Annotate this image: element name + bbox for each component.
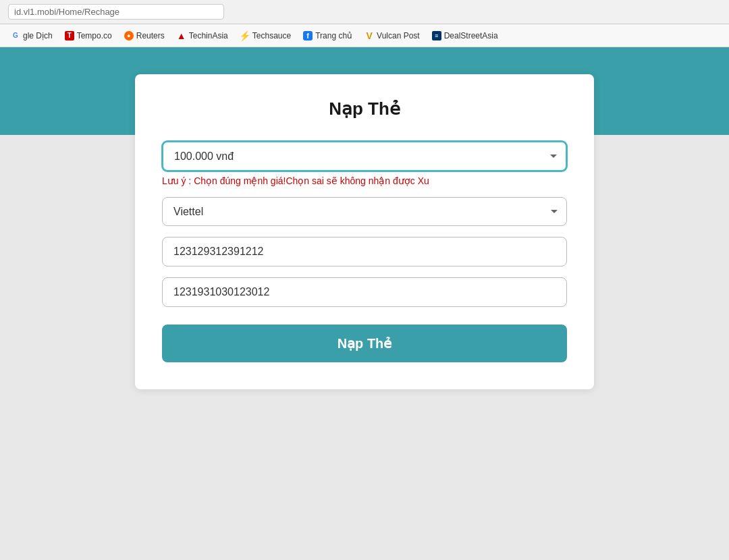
page-content: Nạp Thẻ 10.000 vnđ 20.000 vnđ 50.000 vnđ… [0, 47, 729, 560]
browser-url-bar: id.vl1.mobi/Home/Rechage [0, 0, 729, 24]
amount-group: 10.000 vnđ 20.000 vnđ 50.000 vnđ 100.000… [162, 141, 567, 186]
bookmark-vulcan[interactable]: VVulcan Post [359, 29, 425, 43]
tempo-icon: T [65, 31, 74, 40]
serial-input[interactable] [162, 237, 567, 267]
bookmark-facebook[interactable]: fTrang chủ [298, 29, 358, 43]
pin-input[interactable] [162, 277, 567, 307]
bookmark-tempo[interactable]: TTempo.co [59, 29, 117, 43]
techsauce-icon: ⚡ [240, 31, 250, 40]
gle-dich-icon: G [11, 31, 20, 40]
gle-dich-label: gle Dịch [23, 31, 53, 40]
main-area: Nạp Thẻ 10.000 vnđ 20.000 vnđ 50.000 vnđ… [0, 135, 729, 560]
reuters-icon: ● [124, 31, 134, 40]
reuters-label: Reuters [136, 31, 165, 40]
bookmark-reuters[interactable]: ●Reuters [119, 29, 170, 43]
recharge-card: Nạp Thẻ 10.000 vnđ 20.000 vnđ 50.000 vnđ… [135, 74, 594, 389]
bookmarks-bar: Ggle DịchTTempo.co●Reuters▲TechinAsia⚡Te… [0, 24, 729, 47]
pin-group [162, 277, 567, 307]
tech-asia-icon: ▲ [177, 31, 186, 40]
vulcan-icon: V [364, 31, 374, 40]
provider-select-wrapper: Viettel Mobifone Vinaphone Vietnamobile … [162, 197, 567, 226]
tempo-label: Tempo.co [77, 31, 112, 40]
bookmark-gle-dich[interactable]: Ggle Dịch [5, 29, 58, 43]
bookmark-techsauce[interactable]: ⚡Techsauce [235, 29, 296, 43]
warning-text: Lưu ý : Chọn đúng mệnh giá!Chọn sai sẽ k… [162, 175, 567, 186]
url-display[interactable]: id.vl1.mobi/Home/Rechage [8, 4, 224, 20]
submit-button[interactable]: Nạp Thẻ [162, 325, 567, 362]
amount-select-wrapper: 10.000 vnđ 20.000 vnđ 50.000 vnđ 100.000… [162, 141, 567, 171]
provider-group: Viettel Mobifone Vinaphone Vietnamobile … [162, 197, 567, 226]
serial-group [162, 237, 567, 267]
card-title: Nạp Thẻ [162, 99, 567, 119]
techsauce-label: Techsauce [252, 31, 291, 40]
provider-select[interactable]: Viettel Mobifone Vinaphone Vietnamobile … [162, 197, 567, 226]
facebook-icon: f [303, 31, 313, 40]
tech-asia-label: TechinAsia [189, 31, 228, 40]
bookmark-deal[interactable]: ≡DealStreetAsia [427, 29, 504, 43]
deal-label: DealStreetAsia [444, 31, 498, 40]
amount-select[interactable]: 10.000 vnđ 20.000 vnđ 50.000 vnđ 100.000… [162, 141, 567, 171]
deal-icon: ≡ [432, 31, 441, 40]
facebook-label: Trang chủ [315, 31, 352, 40]
vulcan-label: Vulcan Post [377, 31, 420, 40]
bookmark-tech-asia[interactable]: ▲TechinAsia [171, 29, 234, 43]
